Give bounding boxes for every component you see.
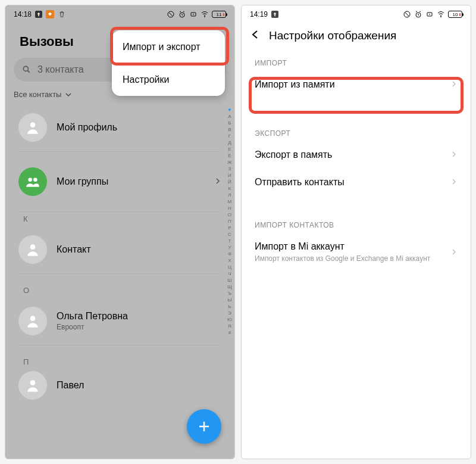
chevron-left-icon — [250, 29, 261, 40]
my-profile-row[interactable]: Мой профиль — [5, 104, 234, 151]
section-import: ИМПОРТ — [242, 52, 471, 71]
plus-icon — [197, 419, 211, 434]
add-contact-fab[interactable] — [187, 409, 221, 444]
upload-indicator-icon — [35, 11, 42, 18]
trash-icon — [58, 10, 66, 18]
chevron-down-icon — [65, 91, 72, 98]
svg-point-8 — [30, 244, 36, 250]
svg-point-10 — [30, 380, 36, 385]
app-notification-icon — [46, 10, 54, 18]
back-button[interactable] — [250, 29, 261, 42]
battery-icon: 11 — [212, 11, 226, 18]
contact-row[interactable]: Контакт — [5, 226, 234, 273]
wifi-icon — [201, 10, 209, 18]
section-o: О — [5, 274, 234, 297]
battery-icon: 10 — [448, 11, 462, 18]
my-groups-row[interactable]: Мои группы — [5, 152, 234, 211]
section-k: К — [5, 212, 234, 226]
rotation-lock-icon — [189, 10, 198, 18]
send-contacts[interactable]: Отправить контакты — [242, 169, 471, 196]
section-export: ЭКСПОРТ — [242, 111, 471, 141]
import-to-mi-account[interactable]: Импорт в Mi аккаунт Импорт контактов из … — [242, 233, 471, 272]
overflow-menu: Импорт и экспорт Настройки — [112, 30, 225, 96]
alarm-icon — [178, 10, 186, 18]
alarm-icon — [414, 10, 422, 18]
chevron-right-icon — [450, 79, 458, 90]
statusbar-right: 14:19 10 — [242, 5, 471, 23]
svg-point-14 — [440, 16, 441, 17]
phone-right: 14:19 10 На — [241, 5, 471, 459]
svg-point-7 — [33, 178, 37, 182]
svg-point-5 — [30, 122, 36, 127]
search-placeholder: 3 контакта — [37, 64, 84, 75]
export-to-memory[interactable]: Экспорт в память — [242, 141, 471, 169]
search-icon — [22, 65, 32, 74]
pavel-row[interactable]: Павел — [5, 369, 234, 401]
rotation-lock-icon — [425, 10, 434, 18]
do-not-disturb-icon — [167, 10, 175, 18]
import-from-memory[interactable]: Импорт из памяти — [242, 71, 471, 98]
person-icon — [18, 307, 47, 335]
menu-import-export[interactable]: Импорт и экспорт — [112, 30, 225, 63]
status-time: 14:19 — [250, 10, 268, 18]
favorites-heart-icon[interactable]: ♥ — [227, 107, 232, 113]
alpha-index[interactable]: ♥ АБВГДЕЁЖЗИЙКЛМНОПРСТУФХЦЧШЩЪЫЬЭЮЯ# — [227, 107, 232, 336]
section-import-contacts: ИМПОРТ КОНТАКТОВ — [242, 209, 471, 233]
person-icon — [18, 371, 47, 400]
person-icon — [18, 113, 47, 142]
svg-point-6 — [28, 178, 32, 182]
wifi-icon — [437, 10, 445, 18]
chevron-right-icon — [214, 176, 221, 187]
svg-point-9 — [30, 316, 36, 321]
statusbar-left: 14:18 11 — [5, 5, 234, 23]
olga-row[interactable]: Ольга Петровна Евроопт — [5, 297, 234, 345]
chevron-right-icon — [450, 150, 458, 160]
chevron-right-icon — [450, 177, 458, 188]
svg-point-3 — [204, 16, 205, 17]
do-not-disturb-icon — [403, 10, 411, 18]
status-time: 14:18 — [14, 10, 32, 18]
header: Настройки отображения — [242, 23, 471, 52]
chevron-right-icon — [450, 247, 458, 258]
upload-indicator-icon — [271, 11, 278, 18]
menu-settings[interactable]: Настройки — [112, 63, 225, 96]
page-title: Настройки отображения — [269, 29, 396, 42]
svg-point-4 — [23, 66, 28, 71]
section-p: П — [5, 345, 234, 369]
person-icon — [18, 235, 47, 264]
group-icon — [18, 167, 47, 196]
phone-left: 14:18 11 — [5, 5, 235, 459]
